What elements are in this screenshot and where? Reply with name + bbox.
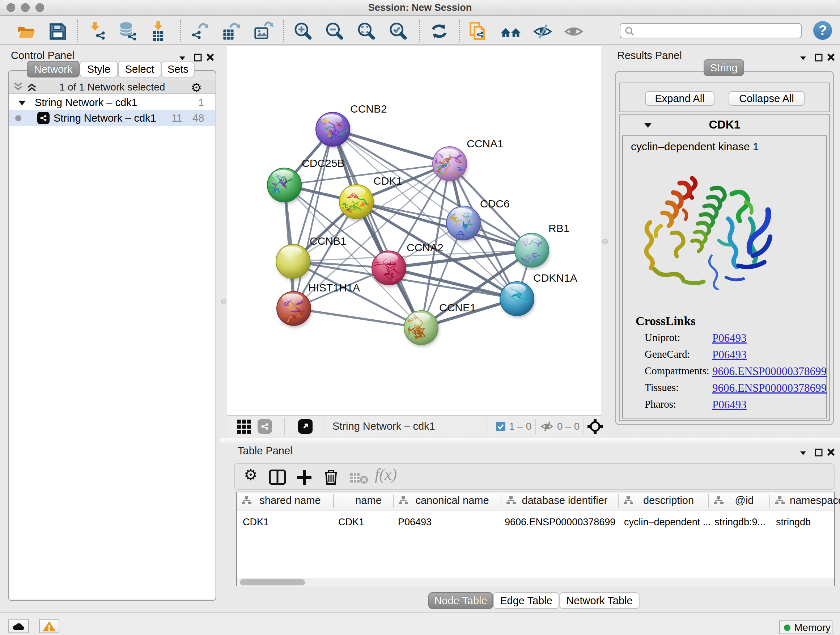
svg-text:CDKN1A: CDKN1A <box>533 272 577 284</box>
svg-text:CCNB1: CCNB1 <box>309 235 347 247</box>
svg-text:HIST1H1A: HIST1H1A <box>308 282 360 294</box>
svg-text:CCNA1: CCNA1 <box>467 138 504 149</box>
svg-text:CCNA2: CCNA2 <box>407 241 444 253</box>
svg-text:CDK1: CDK1 <box>373 175 402 187</box>
svg-text:CCNE1: CCNE1 <box>439 302 476 314</box>
svg-text:RB1: RB1 <box>548 222 569 234</box>
svg-text:CDC25B: CDC25B <box>302 157 344 169</box>
svg-text:CCNB2: CCNB2 <box>350 103 387 115</box>
svg-text:CDC6: CDC6 <box>480 198 510 210</box>
